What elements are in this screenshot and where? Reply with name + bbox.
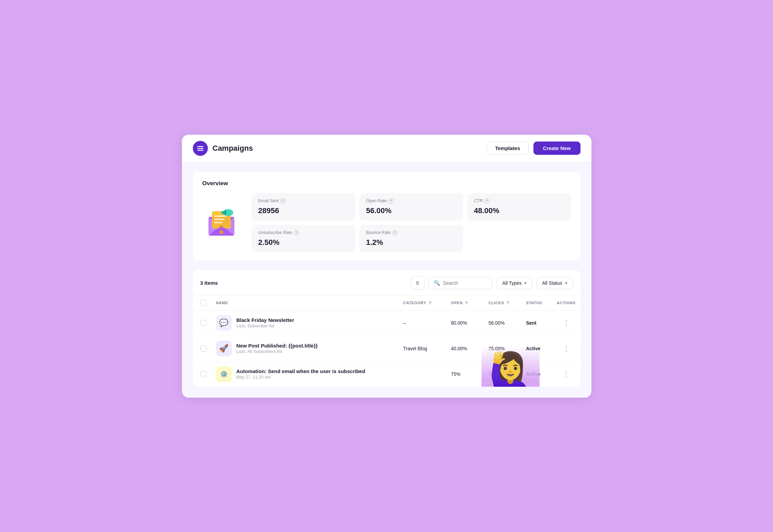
svg-rect-7 bbox=[214, 219, 224, 220]
clicks-help-icon[interactable]: ? bbox=[507, 301, 510, 305]
col-header-actions: ACTIONS bbox=[552, 295, 580, 310]
row1-open: 80.00% bbox=[446, 310, 484, 336]
row2-actions-button[interactable]: ⋮ bbox=[559, 343, 573, 354]
stat-open-rate: Open Rate ? 56.00% bbox=[359, 193, 463, 221]
menu-svg-icon bbox=[197, 145, 204, 152]
row3-name-cell: ⚙️ Automation: Send email when the user … bbox=[211, 361, 399, 387]
row2-name-cell: 🚀 New Post Published: {{post.title}} Lis… bbox=[211, 336, 399, 361]
row2-sub: Lists: All Subscribers list bbox=[237, 349, 318, 354]
row2-open: 40.00% bbox=[446, 336, 484, 361]
row2-icon: 🚀 bbox=[216, 341, 232, 356]
campaigns-table: NAME CATEGORY ? OPEN ? CLICKS ? bbox=[193, 295, 581, 387]
trash-icon: 🗑 bbox=[415, 280, 420, 285]
row3-open: 75% bbox=[446, 361, 484, 387]
row3-sub: May 27, 11:20 am bbox=[237, 375, 366, 380]
header: Campaigns Templates Create New bbox=[182, 135, 591, 162]
row3-checkbox[interactable] bbox=[200, 371, 206, 377]
col-header-clicks: CLICKS ? bbox=[484, 295, 521, 310]
row1-name: Black Friday Newsletter bbox=[237, 317, 294, 323]
main-content: Overview bbox=[182, 162, 591, 398]
svg-rect-11 bbox=[221, 211, 225, 214]
row2-status: Active bbox=[521, 336, 552, 361]
table-row: 🚀 New Post Published: {{post.title}} Lis… bbox=[193, 336, 581, 361]
search-icon: 🔍 bbox=[434, 280, 440, 286]
logo-icon bbox=[193, 141, 208, 156]
row3-name: Automation: Send email when the user is … bbox=[237, 368, 366, 374]
filter-type-dropdown[interactable]: All Types ▾ bbox=[497, 277, 532, 289]
col-header-checkbox bbox=[193, 295, 211, 310]
col-header-status: STATUS bbox=[521, 295, 552, 310]
stat-empty bbox=[467, 225, 571, 252]
svg-rect-6 bbox=[214, 215, 226, 217]
stats-grid: Email Sent ? 28956 Open Rate ? 56.00% bbox=[252, 193, 571, 252]
stat-bounce-rate: Bounce Rate ? 1.2% bbox=[359, 225, 463, 252]
search-input[interactable] bbox=[443, 280, 487, 286]
chevron-down-icon-2: ▾ bbox=[565, 281, 567, 285]
row1-checkbox[interactable] bbox=[200, 320, 206, 326]
svg-rect-8 bbox=[214, 222, 222, 223]
select-all-checkbox[interactable] bbox=[200, 300, 206, 306]
stat-email-sent: Email Sent ? 28956 bbox=[252, 193, 355, 221]
row1-category: – bbox=[398, 310, 446, 336]
delete-button[interactable]: 🗑 bbox=[411, 276, 425, 290]
email-sent-help-icon[interactable]: ? bbox=[281, 198, 286, 204]
search-box: 🔍 bbox=[429, 277, 492, 289]
table-section: 3 Items 🗑 🔍 All Types ▾ All Status ▾ bbox=[193, 270, 581, 387]
main-card: Campaigns Templates Create New Overview bbox=[182, 135, 591, 398]
row2-clicks: 75.00% bbox=[484, 336, 521, 361]
col-header-category: CATEGORY ? bbox=[398, 295, 446, 310]
row1-actions-cell: ⋮ bbox=[552, 310, 580, 336]
row1-actions-button[interactable]: ⋮ bbox=[559, 317, 573, 328]
overview-title: Overview bbox=[202, 180, 571, 187]
row2-checkbox-cell bbox=[193, 336, 211, 361]
templates-button[interactable]: Templates bbox=[487, 142, 529, 155]
row1-sub: Lists: Subscriber list bbox=[237, 324, 294, 328]
unsubscribe-value: 2.50% bbox=[258, 238, 348, 247]
open-help-icon[interactable]: ? bbox=[466, 301, 468, 305]
row2-category: Travel Blog bbox=[398, 336, 446, 361]
ctr-help-icon[interactable]: ? bbox=[484, 198, 489, 204]
filter-status-dropdown[interactable]: All Status ▾ bbox=[536, 277, 573, 289]
table-toolbar: 3 Items 🗑 🔍 All Types ▾ All Status ▾ bbox=[193, 270, 581, 295]
row3-actions-button[interactable]: ⋮ bbox=[559, 369, 573, 380]
open-rate-help-icon[interactable]: ? bbox=[388, 198, 393, 204]
row1-icon: 💬 bbox=[216, 315, 232, 331]
row1-checkbox-cell bbox=[193, 310, 211, 336]
row1-clicks: 56.00% bbox=[484, 310, 521, 336]
row3-checkbox-cell bbox=[193, 361, 211, 387]
row2-checkbox[interactable] bbox=[200, 345, 206, 352]
svg-rect-1 bbox=[197, 148, 203, 149]
svg-rect-12 bbox=[225, 210, 226, 215]
email-illustration-svg bbox=[204, 204, 242, 241]
table-row: 💬 Black Friday Newsletter Lists: Subscri… bbox=[193, 310, 581, 336]
category-help-icon[interactable]: ? bbox=[429, 301, 432, 305]
table-row: ⚙️ Automation: Send email when the user … bbox=[193, 361, 581, 387]
svg-rect-2 bbox=[197, 150, 203, 150]
page-title: Campaigns bbox=[213, 144, 253, 153]
svg-point-13 bbox=[219, 230, 223, 234]
create-new-button[interactable]: Create New bbox=[533, 142, 581, 155]
row2-name: New Post Published: {{post.title}} bbox=[237, 343, 318, 349]
items-count: 3 Items bbox=[200, 280, 407, 286]
overview-body: Email Sent ? 28956 Open Rate ? 56.00% bbox=[202, 193, 571, 252]
svg-rect-0 bbox=[197, 146, 203, 147]
bounce-help-icon[interactable]: ? bbox=[392, 230, 398, 235]
row3-clicks: 72% bbox=[484, 361, 521, 387]
row1-status: Sent bbox=[521, 310, 552, 336]
row1-name-cell: 💬 Black Friday Newsletter Lists: Subscri… bbox=[211, 310, 399, 336]
col-header-name: NAME bbox=[211, 295, 399, 310]
email-sent-value: 28956 bbox=[258, 206, 348, 215]
ctr-value: 48.00% bbox=[474, 206, 564, 215]
row3-category bbox=[398, 361, 446, 387]
overview-card: Overview bbox=[193, 172, 581, 261]
chevron-down-icon: ▾ bbox=[524, 281, 526, 285]
row3-status: Active bbox=[521, 361, 552, 387]
header-right: Templates Create New bbox=[487, 142, 581, 155]
unsubscribe-help-icon[interactable]: ? bbox=[294, 230, 299, 235]
open-rate-value: 56.00% bbox=[366, 206, 456, 215]
stat-unsubscribe-rate: Unsubscribe Rate ? 2.50% bbox=[252, 225, 355, 252]
col-header-open: OPEN ? bbox=[446, 295, 484, 310]
bounce-value: 1.2% bbox=[366, 238, 456, 247]
overview-illustration bbox=[202, 204, 243, 241]
row3-icon: ⚙️ bbox=[216, 366, 232, 382]
